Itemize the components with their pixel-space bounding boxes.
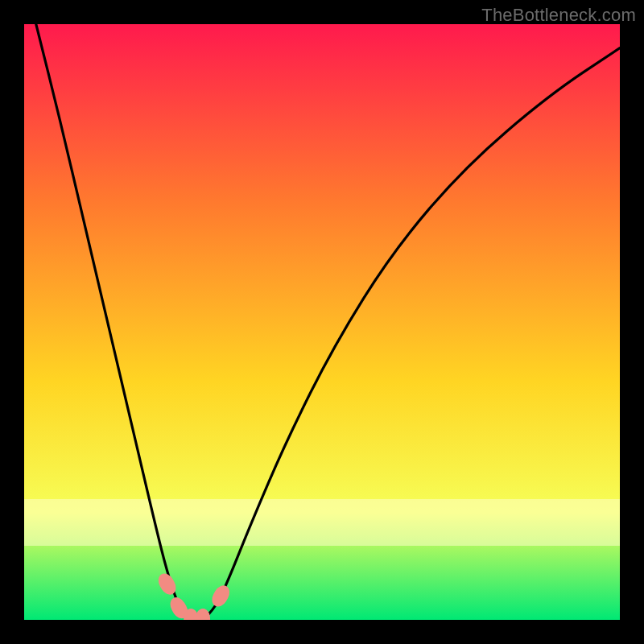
chart-frame	[24, 24, 620, 620]
bottleneck-chart	[24, 24, 620, 620]
watermark-text: TheBottleneck.com	[481, 5, 636, 26]
pale-band	[24, 499, 620, 546]
